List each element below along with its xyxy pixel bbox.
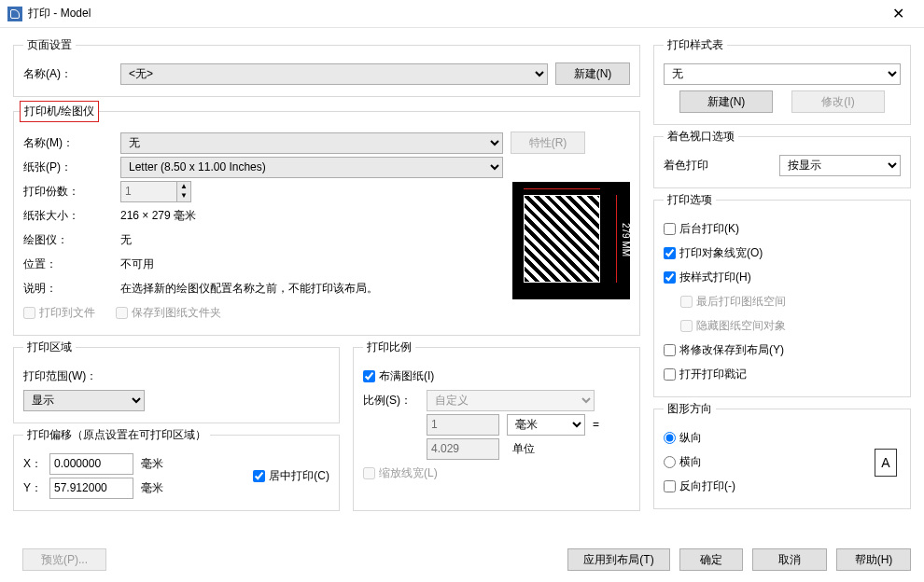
scale-unit-select[interactable]: 毫米	[507, 414, 585, 436]
page-setup-legend: 页面设置	[23, 37, 76, 53]
scale-unit-text: 单位	[507, 441, 585, 457]
scope-select[interactable]: 显示	[23, 390, 145, 411]
print-to-file-checkbox: 打印到文件	[23, 305, 95, 321]
page-setup-group: 页面设置 名称(A)： <无> 新建(N)	[13, 37, 640, 97]
landscape-radio[interactable]: 横向	[664, 454, 702, 470]
app-logo-icon	[7, 7, 22, 21]
opt-bg-checkbox[interactable]: 后台打印(K)	[664, 221, 739, 237]
paper-size-value: 216 × 279 毫米	[120, 208, 196, 224]
save-to-folder-checkbox: 保存到图纸文件夹	[116, 305, 221, 321]
plotter-label: 绘图仪：	[23, 232, 113, 248]
style-table-select[interactable]: 无	[664, 63, 901, 85]
style-edit-button: 修改(I)	[791, 90, 885, 113]
window-title: 打印 - Model	[28, 6, 879, 21]
opt-objlw-checkbox[interactable]: 打印对象线宽(O)	[664, 245, 763, 261]
desc-value: 在选择新的绘图仪配置名称之前，不能打印该布局。	[120, 281, 378, 297]
page-setup-new-button[interactable]: 新建(N)	[555, 62, 630, 85]
scale-den-input	[427, 438, 499, 460]
paper-select[interactable]: Letter (8.50 x 11.00 Inches)	[120, 157, 503, 178]
offset-group: 打印偏移（原点设置在可打印区域） X： 毫米 Y： 毫米	[13, 427, 340, 511]
scale-lw-checkbox: 缩放线宽(L)	[363, 465, 438, 481]
y-label: Y：	[23, 480, 42, 496]
paper-label: 纸张(P)：	[23, 159, 113, 175]
plotter-value: 无	[120, 232, 132, 248]
y-unit: 毫米	[141, 480, 163, 496]
scale-num-input	[427, 414, 499, 436]
style-new-button[interactable]: 新建(N)	[679, 90, 773, 113]
opt-stamp-checkbox[interactable]: 打开打印戳记	[664, 367, 747, 382]
print-area-legend: 打印区域	[23, 340, 76, 355]
ratio-select: 自定义	[427, 390, 595, 411]
scope-label: 打印范围(W)：	[23, 368, 97, 384]
page-setup-name-label: 名称(A)：	[23, 66, 113, 82]
printer-name-label: 名称(M)：	[23, 135, 113, 151]
copies-label: 打印份数：	[23, 184, 113, 200]
page-setup-name-select[interactable]: <无>	[120, 63, 548, 85]
apply-to-layout-button[interactable]: 应用到布局(T)	[567, 548, 670, 571]
chevron-down-icon[interactable]: ▼	[177, 191, 190, 201]
hatch-icon	[524, 195, 600, 283]
reverse-checkbox[interactable]: 反向打印(-)	[664, 478, 735, 494]
ok-button[interactable]: 确定	[679, 548, 743, 571]
x-unit: 毫米	[141, 456, 163, 472]
shade-group: 着色视口选项 着色打印 按显示	[653, 129, 911, 188]
desc-label: 说明：	[23, 281, 113, 297]
shade-label: 着色打印	[664, 158, 772, 173]
copies-input	[120, 181, 176, 202]
titlebar: 打印 - Model ✕	[0, 0, 924, 28]
printer-group: 打印机/绘图仪 名称(M)： 无 特性(R) 纸张(P)： Letter (8.…	[13, 101, 640, 336]
x-input[interactable]	[49, 453, 133, 475]
cancel-button[interactable]: 取消	[752, 548, 827, 571]
preview-height-label: 279 MM	[621, 223, 631, 256]
style-table-group: 打印样式表 无 新建(N) 修改(I)	[653, 37, 911, 125]
preview-button: 预览(P)...	[22, 548, 106, 571]
x-label: X：	[23, 456, 42, 472]
options-legend: 打印选项	[664, 192, 716, 208]
offset-legend: 打印偏移（原点设置在可打印区域）	[23, 427, 210, 443]
printer-name-select[interactable]: 无	[120, 132, 503, 154]
eq-label: =	[593, 418, 599, 431]
scale-legend: 打印比例	[363, 340, 415, 355]
printer-legend: 打印机/绘图仪	[20, 101, 99, 122]
close-icon[interactable]: ✕	[879, 5, 917, 22]
copies-stepper[interactable]: ▲▼	[120, 181, 191, 202]
orient-legend: 图形方向	[664, 401, 716, 417]
printer-properties-button: 特性(R)	[511, 132, 585, 154]
scale-group: 打印比例 布满图纸(I) 比例(S)： 自定义 毫米 = 单位 缩放线宽	[353, 340, 640, 511]
chevron-up-icon[interactable]: ▲	[177, 182, 190, 192]
opt-savelayout-checkbox[interactable]: 将修改保存到布局(Y)	[664, 342, 784, 358]
portrait-radio[interactable]: 纵向	[664, 430, 702, 446]
help-button[interactable]: 帮助(H)	[836, 548, 911, 571]
ratio-label: 比例(S)：	[363, 393, 419, 409]
location-label: 位置：	[23, 256, 113, 272]
fit-paper-checkbox[interactable]: 布满图纸(I)	[363, 368, 434, 384]
opt-lastps-checkbox: 最后打印图纸空间	[680, 294, 786, 310]
orient-group: 图形方向 纵向 横向 反向打印(-) A	[653, 401, 911, 509]
paper-size-label: 纸张大小：	[23, 208, 113, 224]
center-print-checkbox[interactable]: 居中打印(C)	[253, 468, 329, 484]
location-value: 不可用	[120, 256, 154, 272]
shade-legend: 着色视口选项	[664, 129, 738, 145]
opt-hideps-checkbox: 隐藏图纸空间对象	[680, 318, 786, 334]
print-area-group: 打印区域 打印范围(W)： 显示	[13, 340, 340, 423]
orientation-a-icon: A	[875, 449, 897, 477]
y-input[interactable]	[49, 478, 133, 499]
opt-bystyle-checkbox[interactable]: 按样式打印(H)	[664, 270, 751, 285]
preview-width-label: 216 MM	[524, 173, 600, 183]
options-group: 打印选项 后台打印(K) 打印对象线宽(O) 按样式打印(H) 最后打印图纸空间…	[653, 192, 911, 397]
paper-preview: 216 MM 279 MM	[512, 182, 630, 299]
style-table-legend: 打印样式表	[664, 37, 727, 53]
shade-select[interactable]: 按显示	[779, 155, 901, 176]
